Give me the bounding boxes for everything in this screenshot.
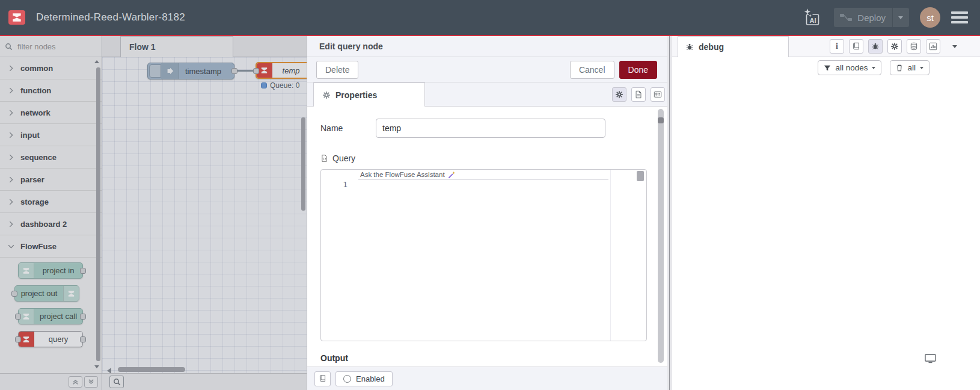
collapse-all-categories-button[interactable]: [69, 376, 82, 388]
debug-filter-button[interactable]: all nodes: [818, 60, 881, 75]
node-output-port[interactable]: [231, 68, 237, 74]
appearance-icon: [654, 90, 662, 99]
palette-category-sequence[interactable]: sequence: [0, 146, 102, 169]
sidebar-help-button[interactable]: [849, 39, 863, 54]
inject-arrow-icon: [161, 63, 179, 79]
palette-node-project-call[interactable]: project call: [18, 308, 83, 324]
gear-icon: [890, 42, 899, 51]
tab-description-button[interactable]: [631, 87, 646, 102]
cancel-button[interactable]: Cancel: [570, 61, 614, 79]
magic-wand-icon: [448, 171, 456, 179]
palette-node-project-in[interactable]: project in: [18, 262, 83, 279]
chevron-right-icon: [9, 176, 13, 183]
palette-search[interactable]: [0, 36, 102, 57]
form-scrollbar[interactable]: [658, 109, 664, 363]
enabled-state-icon: [343, 375, 351, 383]
done-button[interactable]: Done: [619, 61, 657, 79]
gear-icon: [615, 90, 623, 99]
query-code-editor[interactable]: 1 Ask the FlowFuse Assistant: [320, 169, 647, 341]
palette-category-common[interactable]: common: [0, 57, 102, 79]
canvas-node-temp[interactable]: temp: [256, 62, 311, 79]
node-enabled-toggle[interactable]: Enabled: [335, 371, 393, 386]
canvas-horizontal-scrollbar[interactable]: [118, 367, 185, 372]
tray-form: Name Query 1 Ask the FlowFuse Assistant …: [307, 107, 667, 367]
search-icon: [5, 43, 13, 51]
sidebar-dashboard-button[interactable]: [926, 39, 940, 54]
palette-category-parser[interactable]: parser: [0, 169, 102, 191]
output-section-label: Output: [320, 353, 647, 363]
status-text: Queue: 0: [270, 81, 299, 90]
palette-scrollbar[interactable]: [96, 67, 100, 361]
debug-sidebar: debug i all nodes all: [672, 36, 980, 390]
tab-debug[interactable]: debug: [678, 36, 789, 57]
code-file-icon: [320, 154, 328, 162]
canvas-node-timestamp[interactable]: timestamp: [147, 63, 234, 79]
node-status: Queue: 0: [261, 81, 299, 90]
palette-category-input[interactable]: input: [0, 124, 102, 146]
deploy-icon: [840, 13, 852, 22]
open-debug-window-button[interactable]: [925, 354, 936, 366]
bug-icon: [685, 43, 694, 51]
debug-clear-button[interactable]: all: [890, 60, 929, 75]
palette-scroll-down-icon[interactable]: [94, 365, 99, 368]
node-help-button[interactable]: [314, 371, 331, 386]
expand-all-categories-button[interactable]: [84, 376, 98, 388]
name-field[interactable]: [376, 119, 605, 138]
palette-category-network[interactable]: network: [0, 102, 102, 124]
node-input-port[interactable]: [253, 68, 259, 74]
palette-category-function[interactable]: function: [0, 79, 102, 102]
canvas-vertical-scrollbar[interactable]: [301, 117, 305, 211]
chevron-right-icon: [9, 65, 13, 72]
node-input-port: [11, 291, 17, 297]
palette-scroll-up-icon[interactable]: [94, 60, 99, 63]
palette-footer: [0, 373, 102, 390]
form-scrollbar-thumb[interactable]: [658, 117, 664, 123]
inject-trigger-button[interactable]: [149, 64, 161, 78]
deploy-options-caret-icon[interactable]: [898, 16, 903, 19]
sidebar-options-caret-icon[interactable]: [952, 45, 957, 48]
sidebar-debug-button[interactable]: [868, 39, 883, 54]
tab-flow-1[interactable]: Flow 1: [120, 36, 233, 57]
deploy-button[interactable]: Deploy: [834, 8, 909, 27]
palette-filter-input[interactable]: [16, 42, 88, 52]
chevron-right-icon: [9, 221, 13, 228]
monitor-icon: [925, 354, 936, 364]
chevron-down-icon: [8, 244, 14, 249]
sidebar-info-button[interactable]: i: [830, 39, 844, 54]
tab-properties-icon-button[interactable]: [612, 87, 626, 102]
tray-tab-bar: Properties: [307, 82, 667, 107]
chevron-right-icon: [9, 199, 13, 205]
assistant-placeholder[interactable]: Ask the FlowFuse Assistant: [358, 170, 608, 180]
funnel-icon: [824, 64, 831, 72]
deploy-label: Deploy: [857, 13, 886, 23]
tray-toolbar: Delete Cancel Done: [307, 57, 667, 82]
editor-scrollbar[interactable]: [637, 171, 644, 181]
flowfuse-node-list: project in project out project call quer…: [0, 258, 102, 360]
palette-node-project-out[interactable]: project out: [14, 285, 79, 302]
instance-title: Determined-Reed-Warbler-8182: [36, 11, 185, 23]
svg-text:AI: AI: [810, 17, 816, 24]
node-input-port: [15, 314, 21, 320]
palette-category-dashboard2[interactable]: dashboard 2: [0, 213, 102, 235]
info-icon: i: [836, 42, 838, 51]
sidebar-context-button[interactable]: [907, 39, 921, 54]
document-icon: [634, 90, 643, 99]
tray-title: Edit query node: [307, 36, 667, 57]
node-palette: common function network input sequence p…: [0, 36, 102, 390]
sidebar-config-button[interactable]: [887, 39, 902, 54]
tab-properties[interactable]: Properties: [313, 82, 425, 107]
delete-button[interactable]: Delete: [316, 61, 358, 79]
palette-category-flowfuse[interactable]: FlowFuse: [0, 235, 102, 258]
node-output-port: [80, 314, 86, 320]
zoom-search-button[interactable]: [109, 376, 124, 388]
main-menu-icon[interactable]: [951, 11, 968, 23]
palette-node-query[interactable]: query: [18, 331, 83, 347]
palette-category-storage[interactable]: storage: [0, 191, 102, 213]
editor-line-number: 1: [321, 180, 358, 189]
ai-assistant-icon[interactable]: AI: [801, 7, 823, 28]
sidebar-tab-bar: debug i: [672, 36, 980, 57]
user-avatar[interactable]: st: [920, 7, 940, 28]
tab-appearance-button[interactable]: [651, 87, 665, 102]
sidebar-resize-handle[interactable]: [667, 36, 672, 390]
flowfuse-logo-icon: [8, 10, 25, 25]
